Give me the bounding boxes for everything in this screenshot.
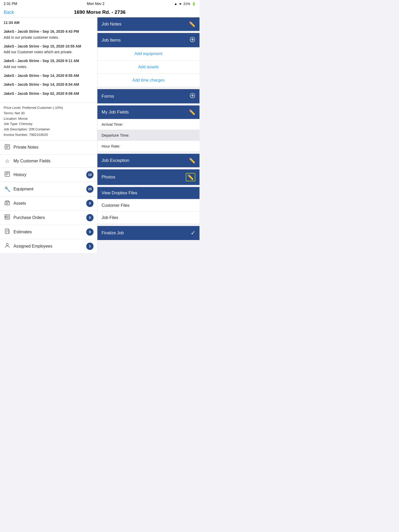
menu-item-private-notes[interactable]: Private Notes [0, 141, 97, 155]
right-panel: Job Notes ✏️ Job Items Add equipment Add… [97, 17, 200, 254]
hour-rate-label: Hour Rate: [102, 144, 121, 148]
menu-label-history: History [14, 172, 26, 177]
note-text: Add our Customer notes which are private… [4, 49, 94, 55]
edit-exception-icon[interactable]: ✏️ [189, 157, 195, 164]
add-equipment-link[interactable]: Add equipment [135, 51, 163, 56]
history-note: JakeS - Jacob Strine - Sep 14, 2020 8:55… [4, 73, 94, 78]
menu-item-estimates[interactable]: Estimates 0 [0, 225, 97, 239]
edit-job-fields-icon[interactable]: ✏️ [189, 109, 195, 115]
history-icon [4, 171, 11, 178]
view-dropbox-files-row[interactable]: View Dropbox Files [97, 187, 200, 200]
forms-label: Forms [102, 94, 114, 99]
back-button[interactable]: Back [4, 10, 14, 15]
my-job-fields-header[interactable]: My Job Fields ✏️ [97, 105, 200, 119]
history-note: 11:34 AM [4, 20, 94, 25]
spacer [97, 167, 200, 169]
arrival-time-field: Arrival Time: [97, 119, 200, 130]
history-note: JakeS - Jacob Strine - Sep 16, 2020 4:43… [4, 29, 94, 40]
svg-point-22 [6, 243, 8, 245]
spacer [97, 185, 200, 187]
menu-item-assigned-employees[interactable]: Assigned Employees 1 [0, 239, 97, 254]
job-info-type: Job Type: Chimney [4, 121, 94, 127]
wrench-icon: 🔧 [4, 186, 11, 192]
note-meta: JakeS - Jacob Strine - Sep 14, 2020 8:54… [4, 82, 94, 87]
job-info-terms: Terms: Net 30 [4, 111, 94, 116]
add-time-charges-row[interactable]: Add time charges [97, 74, 200, 87]
finalize-job-row[interactable]: Finalize Job ✓ [97, 226, 200, 241]
add-form-icon[interactable] [190, 93, 195, 100]
forms-header[interactable]: Forms [97, 89, 200, 103]
battery-icon: 🔋 [192, 2, 196, 6]
spacer [97, 31, 200, 33]
job-info: Price Level: Preferred Customer (-10%) T… [0, 103, 97, 141]
add-assets-link[interactable]: Add assets [138, 65, 159, 69]
main-layout: 11:34 AM JakeS - Jacob Strine - Sep 16, … [0, 17, 200, 254]
note-meta: JakeS - Jacob Strine - Sep 02, 2020 9:08… [4, 91, 94, 96]
job-files-label: Job Files [102, 215, 118, 220]
left-panel: 11:34 AM JakeS - Jacob Strine - Sep 16, … [0, 17, 97, 254]
status-day: Mon Nov 2 [87, 2, 104, 6]
menu-label-equipment: Equipment [14, 187, 34, 191]
menu-item-purchase-orders[interactable]: Purchase Orders 0 [0, 211, 97, 225]
job-notes-label: Job Notes [102, 22, 122, 27]
menu-label-customer-fields: My Customer Fields [14, 159, 50, 163]
customer-files-row[interactable]: Customer Files [97, 200, 200, 212]
status-time: 2:31 PM [4, 2, 17, 6]
hour-rate-field: Hour Rate: [97, 141, 200, 152]
job-exception-header[interactable]: Job Exception ✏️ [97, 154, 200, 167]
customer-files-label: Customer Files [102, 203, 130, 208]
menu-label-assigned-employees: Assigned Employees [14, 244, 52, 249]
add-equipment-row[interactable]: Add equipment [97, 47, 200, 61]
departure-time-field: Departure Time: [97, 130, 200, 141]
history-note: JakeS - Jacob Strine - Sep 02, 2020 9:08… [4, 91, 94, 96]
equipment-badge: 25 [86, 185, 94, 193]
photos-header[interactable]: Photos ✏️ [97, 169, 200, 185]
arrival-time-label: Arrival Time: [102, 122, 123, 127]
person-icon [4, 243, 11, 250]
status-bar: 2:31 PM Mon Nov 2 ▲ ➤ 21% 🔋 [0, 0, 200, 7]
add-assets-row[interactable]: Add assets [97, 61, 200, 74]
job-info-price: Price Level: Preferred Customer (-10%) [4, 105, 94, 111]
edit-photos-icon[interactable]: ✏️ [186, 173, 195, 181]
note-meta: JakeS - Jacob Strine - Sep 16, 2020 4:43… [4, 29, 94, 34]
checkmark-icon: ✓ [191, 230, 195, 236]
history-note: JakeS - Jacob Strine - Sep 15, 2020 10:5… [4, 44, 94, 55]
assets-badge: 0 [86, 200, 94, 207]
battery-level: 21% [183, 2, 190, 6]
menu-label-purchase-orders: Purchase Orders [14, 215, 45, 220]
job-items-header[interactable]: Job Items [97, 33, 200, 47]
job-info-location: Location: Morse [4, 116, 94, 122]
note-meta: JakeS - Jacob Strine - Sep 15, 2020 9:11… [4, 58, 94, 63]
spacer [97, 152, 200, 154]
svg-rect-9 [6, 201, 9, 202]
view-dropbox-files-label: View Dropbox Files [102, 191, 137, 195]
spacer [97, 224, 200, 226]
history-note: JakeS - Jacob Strine - Sep 14, 2020 8:54… [4, 82, 94, 87]
svg-rect-8 [5, 202, 10, 205]
job-info-invoice: Invoice Number: 7982103020 [4, 132, 94, 138]
job-files-row[interactable]: Job Files [97, 212, 200, 224]
menu-item-assets[interactable]: Assets 0 [0, 196, 97, 211]
add-time-charges-link[interactable]: Add time charges [132, 78, 165, 82]
menu-item-history[interactable]: History 10 [0, 168, 97, 182]
job-exception-label: Job Exception [102, 158, 129, 163]
menu-item-customer-fields[interactable]: ☆ My Customer Fields [0, 155, 97, 168]
photos-label: Photos [102, 175, 115, 180]
note-meta: JakeS - Jacob Strine - Sep 15, 2020 10:5… [4, 44, 94, 49]
purchase-orders-icon [4, 214, 11, 221]
menu-label-assets: Assets [14, 201, 26, 206]
note-meta: 11:34 AM [4, 20, 94, 25]
history-note: JakeS - Jacob Strine - Sep 15, 2020 9:11… [4, 58, 94, 69]
add-icon[interactable] [190, 37, 195, 44]
edit-icon[interactable]: ✏️ [189, 21, 195, 27]
svg-rect-4 [5, 172, 10, 176]
estimates-badge: 0 [86, 228, 94, 236]
nav-header: Back 1690 Morse Rd. - 2736 [0, 7, 200, 17]
assigned-employees-badge: 1 [86, 243, 94, 250]
job-notes-header[interactable]: Job Notes ✏️ [97, 17, 200, 31]
notes-icon [4, 144, 11, 151]
menu-item-equipment[interactable]: 🔧 Equipment 25 [0, 182, 97, 196]
spacer [97, 103, 200, 105]
menu-label-private-notes: Private Notes [14, 145, 38, 150]
finalize-job-label: Finalize Job [102, 231, 124, 235]
